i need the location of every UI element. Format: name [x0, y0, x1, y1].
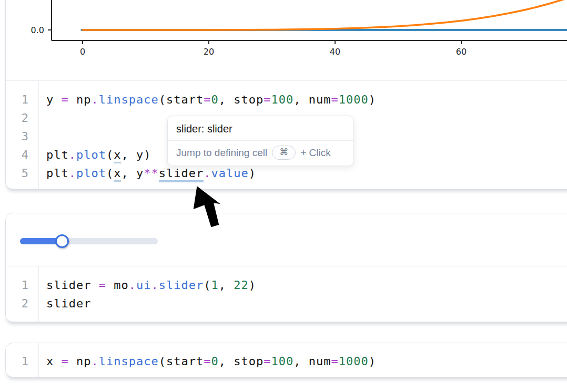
code-token: (: [106, 148, 114, 161]
code-token: plot: [76, 148, 106, 161]
code-line[interactable]: 2slider: [6, 294, 567, 313]
matplotlib-figure: 0.00204060: [6, 0, 567, 80]
code-token: ,: [293, 93, 309, 106]
code-token: mo: [114, 278, 129, 292]
code-token: y: [136, 148, 144, 161]
code-token: =: [331, 355, 338, 368]
code-token: ,: [121, 148, 136, 161]
marimo-notebook: 0.00204060 1y = np.linspace(start=0, sto…: [0, 0, 567, 392]
code-token: ,: [293, 355, 309, 368]
code-token: num: [309, 355, 331, 368]
variable-reference[interactable]: x: [114, 148, 121, 163]
code-token: [54, 355, 61, 368]
code-token: plt: [46, 167, 69, 180]
code-token: linspace: [99, 93, 159, 106]
tooltip-footer: Jump to defining cell ⌘ + Click: [168, 141, 353, 166]
tooltip-title: slider: slider: [168, 116, 353, 140]
code-token: (: [159, 355, 166, 368]
code-token: (: [159, 93, 166, 106]
code-text: plt.plot(x, y**slider.value): [46, 167, 256, 180]
line-number: 1: [6, 352, 29, 370]
code-token: =: [62, 93, 69, 106]
code-token: .: [129, 278, 136, 292]
slider-widget[interactable]: [20, 234, 158, 248]
code-token: stop: [234, 93, 264, 106]
code-token: =: [264, 93, 271, 106]
code-token: [54, 93, 61, 106]
code-token: 0: [211, 355, 218, 368]
code-text: x = np.linspace(start=0, stop=100, num=1…: [46, 355, 376, 368]
code-token: .: [92, 355, 99, 368]
code-token: .: [204, 167, 211, 180]
code-token: ,: [121, 167, 136, 180]
code-token: y: [46, 93, 54, 106]
code-token: 22: [234, 278, 249, 292]
code-token: [91, 278, 98, 292]
code-token: =: [204, 355, 211, 368]
y-tick-label: 0.0: [31, 25, 44, 35]
code-text: slider: [46, 297, 91, 310]
code-token: =: [62, 355, 69, 368]
code-token: ,: [219, 93, 234, 106]
code-text: y = np.linspace(start=0, stop=100, num=1…: [46, 93, 376, 106]
code-token: slider: [46, 297, 91, 310]
code-token: start: [166, 355, 204, 368]
code-editor-slider[interactable]: 1slider = mo.ui.slider(1, 22)2slider: [6, 266, 567, 322]
code-token: x: [46, 355, 54, 368]
slider-thumb[interactable]: [55, 234, 69, 248]
line-number: 1: [6, 276, 29, 294]
command-key-badge: ⌘: [272, 146, 296, 160]
code-token: [69, 93, 76, 106]
code-token: .: [151, 278, 158, 292]
variable-reference[interactable]: x: [114, 167, 121, 182]
code-text: plt.plot(x, y): [46, 148, 151, 161]
code-token: 0: [211, 93, 218, 106]
code-token: =: [204, 93, 211, 106]
plot-output: 0.00204060: [6, 0, 567, 81]
code-token: ): [369, 355, 376, 368]
code-line[interactable]: 1x = np.linspace(start=0, stop=100, num=…: [6, 352, 567, 370]
code-token: plot: [76, 167, 106, 180]
line-number: 2: [6, 294, 29, 313]
code-token: linspace: [99, 355, 159, 368]
code-token: (: [106, 167, 114, 180]
code-editor-x[interactable]: 1x = np.linspace(start=0, stop=100, num=…: [6, 343, 567, 377]
code-token: 100: [271, 355, 293, 368]
code-token: slider: [159, 278, 204, 292]
code-token: (: [204, 278, 211, 292]
tooltip-click-suffix: + Click: [300, 147, 331, 159]
code-token: 1: [211, 278, 218, 292]
code-token: ): [249, 167, 256, 180]
code-token: ): [144, 148, 151, 161]
code-token: ,: [219, 278, 234, 292]
code-line[interactable]: 1y = np.linspace(start=0, stop=100, num=…: [6, 90, 567, 109]
code-line[interactable]: 1slider = mo.ui.slider(1, 22): [6, 276, 567, 294]
line-number: 3: [6, 127, 29, 146]
code-token: 1000: [339, 355, 369, 368]
x-tick-label: 40: [330, 47, 340, 57]
code-token: .: [69, 167, 76, 180]
code-token: y: [136, 167, 144, 180]
line-number: 5: [6, 164, 29, 182]
jump-to-defining-cell-link[interactable]: Jump to defining cell: [176, 147, 267, 159]
code-token: num: [309, 93, 331, 106]
code-token: stop: [234, 355, 264, 368]
series-line-orange: [83, 0, 567, 30]
code-token: np: [76, 355, 92, 368]
code-token: [106, 278, 114, 292]
code-token: =: [331, 93, 338, 106]
line-number: 2: [6, 109, 29, 127]
variable-reference[interactable]: slider: [159, 167, 204, 182]
code-token: ): [369, 93, 376, 106]
code-token: 1000: [339, 93, 369, 106]
code-token: **: [144, 167, 159, 180]
code-line[interactable]: 5plt.plot(x, y**slider.value): [6, 164, 567, 182]
line-number: 1: [6, 90, 29, 109]
x-tick-label: 60: [456, 47, 467, 57]
mouse-cursor-arrow: [189, 181, 229, 234]
code-token: .: [92, 93, 99, 106]
line-number: 4: [6, 146, 29, 164]
x-tick-label: 0: [80, 47, 85, 57]
code-token: =: [264, 355, 271, 368]
x-tick-label: 20: [204, 47, 214, 57]
